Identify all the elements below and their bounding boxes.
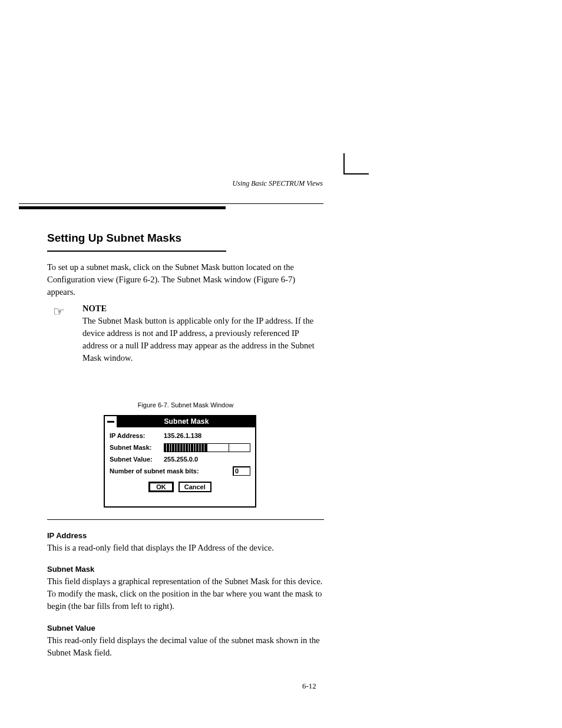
field-mask-body: This field displays a graphical represen… [47,577,323,611]
note-label: NOTE [82,304,107,313]
intro-paragraph: To set up a subnet mask, click on the Su… [47,261,324,298]
dialog-title: Subnet Mask [118,416,255,427]
dialog-body: IP Address: 135.26.1.138 Subnet Mask: Su… [105,427,255,496]
subnet-mask-bar[interactable] [164,443,250,452]
field-mask-title: Subnet Mask [47,565,94,574]
rule-after-figure [47,519,324,520]
field-value-title: Subnet Value [47,624,95,633]
subnet-mask-dialog: Subnet Mask IP Address: 135.26.1.138 Sub… [104,415,256,508]
field-subnet-value: Subnet Value This read-only field displa… [47,622,324,659]
ip-address-value: 135.26.1.138 [164,432,201,439]
rule-top-thin [19,203,323,204]
field-value-body: This read-only field displays the decima… [47,635,320,657]
page-number: 6-12 [302,681,316,691]
subnet-value-row: Subnet Value: 255.255.0.0 [110,454,250,464]
bits-input[interactable] [233,466,250,476]
button-row: OK Cancel [110,482,250,492]
crop-mark [343,153,369,174]
subnet-mask-row: Subnet Mask: [110,443,250,452]
figure-caption: Figure 6-7. Subnet Mask Window [47,401,324,409]
note-text: The Subnet Mask button is applicable onl… [82,316,315,363]
field-ip-title: IP Address [47,531,87,540]
running-header: Using Basic SPECTRUM Views [233,179,323,188]
titlebar: Subnet Mask [105,416,255,427]
bits-label: Number of subnet mask bits: [110,467,233,475]
cancel-button[interactable]: Cancel [178,482,211,492]
subnet-value-value: 255.255.0.0 [164,456,198,463]
field-ip-body: This is a read-only field that displays … [47,543,274,552]
section-heading: Setting Up Subnet Masks [47,232,181,245]
field-ip-address: IP Address This is a read-only field tha… [47,529,324,554]
pointing-hand-icon: ☞ [53,304,65,319]
note-block: NOTE The Subnet Mask button is applicabl… [82,302,324,364]
subnet-value-label: Subnet Value: [110,456,164,463]
ok-button[interactable]: OK [148,482,174,492]
field-subnet-mask: Subnet Mask This field displays a graphi… [47,563,324,612]
bits-row: Number of subnet mask bits: [110,466,250,476]
ip-address-label: IP Address: [110,432,164,439]
mask-empty-region[interactable] [207,444,250,452]
rule-top-thick [19,206,226,209]
dash-icon [107,421,114,423]
ip-address-row: IP Address: 135.26.1.138 [110,431,250,440]
subnet-mask-label: Subnet Mask: [110,444,164,451]
system-menu-button[interactable] [105,416,118,427]
rule-section [47,251,226,252]
